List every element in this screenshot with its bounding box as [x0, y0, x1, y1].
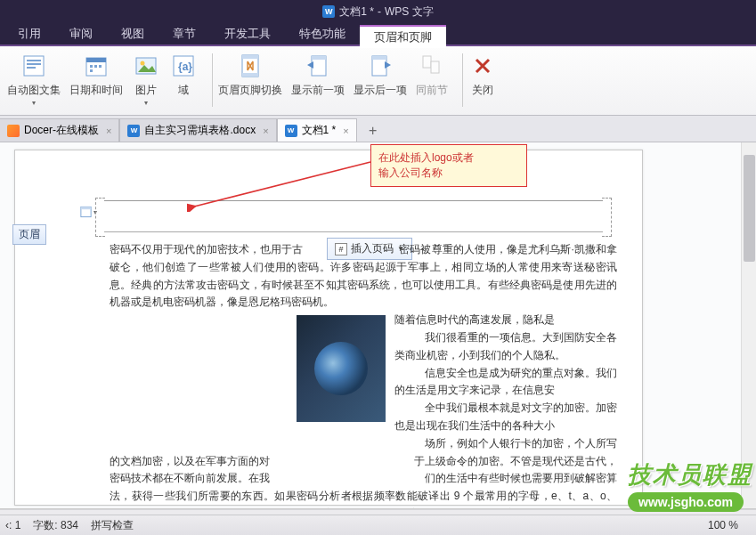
svg-rect-8	[99, 65, 102, 68]
svg-rect-22	[431, 61, 439, 73]
status-word-count[interactable]: 字数: 834	[33, 518, 78, 533]
status-position[interactable]: ‹: 1	[5, 519, 20, 531]
doc-tab-bar: Docer-在线模板 × W 自主实习需填表格.docx × W 文档1 * ×…	[0, 116, 756, 142]
word-app-icon: W	[322, 5, 335, 18]
menu-view[interactable]: 视图	[107, 23, 159, 45]
vertical-scrollbar[interactable]	[741, 142, 756, 508]
svg-rect-7	[94, 65, 97, 68]
menu-devtools[interactable]: 开发工具	[210, 23, 285, 45]
ribbon-separator	[462, 53, 463, 107]
tab-internship-doc[interactable]: W 自主实习需填表格.docx ×	[119, 118, 276, 142]
word-doc-icon: W	[127, 125, 140, 137]
scrollbar-thumb[interactable]	[744, 155, 755, 262]
svg-rect-24	[81, 207, 91, 209]
menu-quote[interactable]: 引用	[4, 23, 55, 45]
menu-bar: 引用 审阅 视图 章节 开发工具 特色功能 页眉和页脚	[0, 23, 756, 46]
ribbon-hf-switch[interactable]: 页眉页脚切换	[218, 52, 282, 98]
close-icon[interactable]: ×	[343, 126, 348, 136]
svg-rect-1	[27, 60, 41, 61]
hf-switch-icon	[236, 52, 264, 80]
close-icon[interactable]: ×	[106, 126, 111, 136]
tab-doc1[interactable]: W 文档1 * ×	[277, 118, 357, 142]
annotation-callout: 在此处插入logo或者 输入公司名称	[370, 144, 527, 187]
document-body: 密码不仅用于现代的加密技术，也用于古密码被尊重的人使用，像是尤利乌斯·凯撒和拿破…	[110, 241, 617, 509]
svg-rect-2	[27, 63, 41, 65]
ribbon-field[interactable]: {a} 域	[169, 52, 198, 98]
ribbon-show-prev[interactable]: 显示前一项	[291, 52, 345, 98]
svg-point-11	[141, 61, 145, 66]
svg-rect-21	[423, 56, 431, 68]
svg-rect-20	[372, 56, 386, 60]
close-icon[interactable]: ×	[263, 126, 268, 136]
svg-rect-15	[242, 55, 258, 59]
embedded-image	[297, 315, 386, 422]
ribbon-picture[interactable]: 图片 ▾	[132, 52, 160, 107]
status-bar: ‹: 1 字数: 834 拼写检查 100 %	[0, 515, 756, 535]
svg-rect-5	[86, 58, 106, 62]
svg-rect-6	[90, 65, 93, 68]
docer-icon	[7, 125, 20, 137]
picture-icon	[132, 52, 160, 80]
status-spellcheck[interactable]: 拼写检查	[91, 518, 134, 533]
svg-text:{a}: {a}	[178, 61, 192, 73]
autotext-icon	[20, 52, 48, 80]
menu-header-footer[interactable]: 页眉和页脚	[360, 25, 446, 48]
datetime-icon	[82, 52, 110, 80]
svg-rect-16	[242, 73, 258, 77]
tab-docer-template[interactable]: Docer-在线模板 ×	[0, 118, 119, 142]
menu-review[interactable]: 审阅	[55, 23, 107, 45]
word-doc-icon: W	[285, 125, 297, 137]
same-prev-icon	[418, 52, 446, 80]
svg-rect-3	[27, 67, 36, 69]
ribbon-same-prev[interactable]: 同前节	[416, 52, 448, 98]
show-prev-icon	[304, 52, 332, 80]
title-doc: 文档1 *	[339, 4, 374, 20]
ribbon-autotext[interactable]: 自动图文集 ▾	[7, 52, 61, 107]
close-icon	[468, 52, 497, 80]
svg-rect-9	[90, 69, 93, 72]
show-next-icon	[366, 52, 394, 80]
ribbon-show-next[interactable]: 显示后一项	[354, 52, 407, 98]
ribbon-datetime[interactable]: 日期和时间	[69, 52, 123, 98]
title-bar: W 文档1 * - WPS 文字	[0, 0, 756, 23]
field-icon: {a}	[169, 52, 198, 80]
header-tag[interactable]: 页眉	[12, 224, 46, 245]
status-zoom[interactable]: 100 %	[708, 519, 738, 531]
new-tab-button[interactable]: +	[362, 120, 384, 142]
svg-rect-0	[24, 56, 44, 76]
page[interactable]: ▾ # 插入页码 ▼ 密码不仅用于现代的加密技术，也用于古密码被尊重的人使用，像…	[14, 150, 643, 506]
ribbon: 自动图文集 ▾ 日期和时间 图片 ▾ {a} 域 页眉页脚切换 显示前一项 显示…	[0, 46, 756, 116]
header-region[interactable]	[104, 200, 603, 232]
document-canvas: ▾ # 插入页码 ▼ 密码不仅用于现代的加密技术，也用于古密码被尊重的人使用，像…	[0, 142, 756, 509]
menu-chapter[interactable]: 章节	[159, 23, 210, 45]
ribbon-close[interactable]: 关闭	[468, 52, 497, 98]
ribbon-separator	[212, 53, 213, 107]
title-app: WPS 文字	[385, 4, 434, 20]
svg-rect-18	[312, 56, 326, 60]
header-options-button[interactable]: ▾	[79, 204, 97, 220]
menu-special[interactable]: 特色功能	[285, 23, 360, 45]
